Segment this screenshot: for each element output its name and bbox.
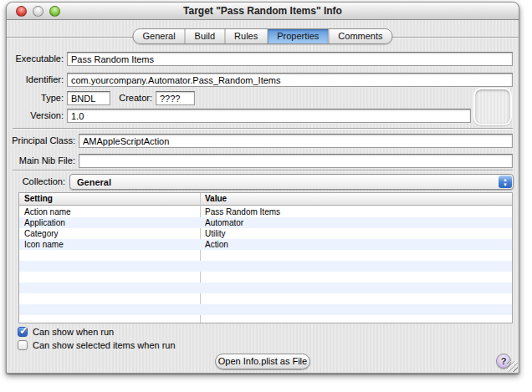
table-row-empty[interactable] xyxy=(19,315,512,323)
creator-label: Creator: xyxy=(109,91,152,105)
separator xyxy=(13,170,513,171)
tab-rules[interactable]: Rules xyxy=(225,29,268,43)
window-title: Target "Pass Random Items" Info xyxy=(7,3,519,20)
open-info-plist-button[interactable]: Open Info.plist as File xyxy=(215,354,310,369)
table-header: Setting Value xyxy=(19,193,512,206)
type-label: Type: xyxy=(12,91,64,105)
type-field[interactable] xyxy=(67,91,110,105)
value-cell: Action xyxy=(205,239,228,250)
tab-general[interactable]: General xyxy=(133,29,185,43)
identifier-field[interactable] xyxy=(67,73,513,87)
can-show-when-run-row: Can show when run xyxy=(18,326,114,338)
table-row[interactable]: Action name Pass Random Items xyxy=(19,206,512,217)
setting-cell: Action name xyxy=(24,206,71,217)
table-body: Action name Pass Random Items Applicatio… xyxy=(19,206,512,323)
close-button[interactable] xyxy=(16,6,27,17)
column-header-setting[interactable]: Setting xyxy=(24,194,53,203)
can-show-when-run-checkbox[interactable] xyxy=(18,327,28,337)
tab-bar: General Build Rules Properties Comments xyxy=(132,28,392,44)
main-nib-file-label: Main Nib File: xyxy=(12,154,75,168)
table-row-empty[interactable] xyxy=(19,261,512,272)
principal-class-label: Principal Class: xyxy=(12,134,75,148)
target-info-window: Target "Pass Random Items" Info General … xyxy=(6,2,519,374)
version-field[interactable] xyxy=(67,109,471,123)
screen: Target "Pass Random Items" Info General … xyxy=(0,0,532,392)
collection-label: Collection: xyxy=(12,175,65,189)
tab-build[interactable]: Build xyxy=(186,29,225,43)
tab-comments[interactable]: Comments xyxy=(329,29,391,43)
table-row[interactable]: Category Utility xyxy=(19,228,512,239)
traffic-lights xyxy=(16,6,60,17)
setting-cell: Category xyxy=(24,228,59,239)
can-show-when-run-label: Can show when run xyxy=(33,327,114,337)
tab-properties[interactable]: Properties xyxy=(268,29,329,43)
table-row[interactable]: Icon name Action xyxy=(19,239,512,250)
table-row-empty[interactable] xyxy=(19,250,512,261)
creator-field[interactable] xyxy=(156,91,195,105)
table-row-empty[interactable] xyxy=(19,272,512,283)
table-row-empty[interactable] xyxy=(19,283,512,293)
principal-class-field[interactable] xyxy=(79,134,513,148)
icon-image-well[interactable] xyxy=(473,88,512,125)
can-show-selected-items-row: Can show selected items when run xyxy=(18,339,176,351)
main-nib-file-field[interactable] xyxy=(79,154,513,168)
value-cell: Automator xyxy=(205,217,243,228)
column-header-value[interactable]: Value xyxy=(205,194,227,203)
version-label: Version: xyxy=(12,109,64,123)
can-show-selected-items-checkbox[interactable] xyxy=(18,340,28,350)
value-cell: Pass Random Items xyxy=(205,206,280,217)
collection-popup-value: General xyxy=(77,175,111,190)
identifier-label: Identifier: xyxy=(12,73,64,87)
collection-popup[interactable]: General ▲▼ xyxy=(69,174,514,190)
separator xyxy=(13,128,513,130)
setting-cell: Icon name xyxy=(24,239,64,250)
title-bar[interactable]: Target "Pass Random Items" Info xyxy=(7,3,519,20)
popup-stepper-icon: ▲▼ xyxy=(499,176,512,188)
minimize-button[interactable] xyxy=(33,6,43,17)
executable-field[interactable] xyxy=(67,52,513,66)
zoom-button[interactable] xyxy=(49,6,60,17)
can-show-selected-items-label: Can show selected items when run xyxy=(33,340,176,350)
table-row[interactable]: Application Automator xyxy=(19,217,512,228)
value-cell: Utility xyxy=(205,228,225,239)
table-row-empty[interactable] xyxy=(19,304,512,315)
resize-grip[interactable] xyxy=(507,361,518,372)
executable-label: Executable: xyxy=(12,52,64,66)
properties-table: Setting Value Action name Pass Random It… xyxy=(18,192,513,323)
setting-cell: Application xyxy=(24,217,65,228)
table-row-empty[interactable] xyxy=(19,293,512,304)
